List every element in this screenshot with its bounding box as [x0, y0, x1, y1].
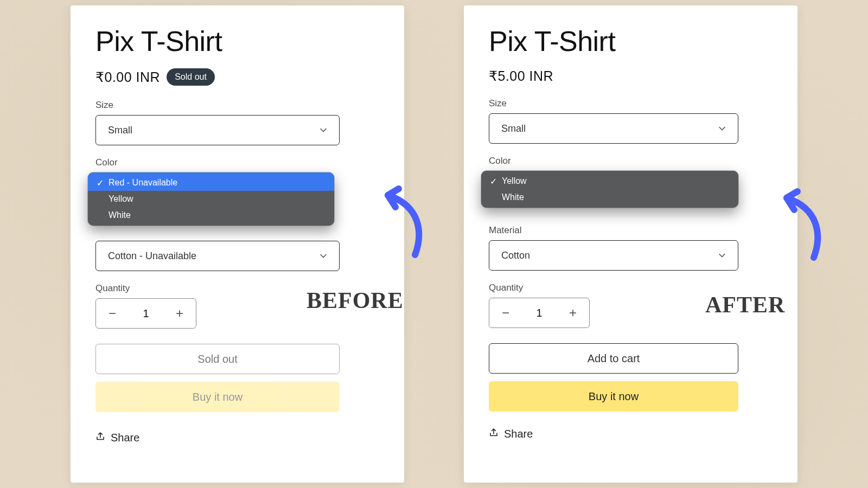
price-text: ₹5.00 INR: [489, 68, 553, 84]
buy-now-button-label: Buy it now: [589, 390, 639, 403]
chevron-down-icon: [320, 126, 327, 134]
price-text: ₹0.00 INR: [95, 69, 160, 85]
color-option-white[interactable]: White: [481, 189, 738, 208]
chevron-down-icon: [718, 252, 726, 259]
buy-now-button[interactable]: Buy it now: [489, 381, 738, 412]
color-option-label: White: [502, 192, 524, 202]
before-card: Pix T-Shirt ₹0.00 INR Sold out Size Smal…: [71, 5, 404, 483]
size-select[interactable]: Small: [489, 113, 738, 144]
quantity-decrement-button[interactable]: −: [489, 298, 522, 328]
size-select-value: Small: [501, 123, 526, 134]
color-label: Color: [95, 157, 379, 168]
color-option-label: Yellow: [502, 176, 527, 186]
quantity-stepper: − 1 +: [95, 298, 196, 329]
quantity-value: 1: [522, 307, 557, 319]
quantity-value: 1: [129, 307, 163, 320]
color-dropdown[interactable]: ✓ Red - Unavailable Yellow White: [88, 172, 334, 226]
quantity-increment-button[interactable]: +: [557, 298, 589, 328]
size-label: Size: [489, 98, 773, 109]
product-title: Pix T-Shirt: [489, 25, 773, 57]
share-button[interactable]: Share: [489, 428, 773, 440]
color-option-white[interactable]: White: [88, 207, 334, 226]
quantity-decrement-button[interactable]: −: [96, 299, 129, 328]
check-icon: ✓: [94, 178, 105, 188]
material-select[interactable]: Cotton - Unavailable: [95, 241, 340, 271]
price-row: ₹0.00 INR Sold out: [95, 68, 379, 86]
product-title: Pix T-Shirt: [95, 25, 379, 57]
material-select-value: Cotton - Unavailable: [108, 251, 196, 262]
size-select[interactable]: Small: [95, 115, 340, 145]
after-caption: AFTER: [705, 292, 785, 318]
annotation-arrow-icon: [770, 187, 825, 258]
quantity-increment-button[interactable]: +: [163, 299, 196, 328]
material-select-value: Cotton: [501, 250, 530, 261]
share-icon: [489, 428, 499, 440]
color-option-yellow[interactable]: Yellow: [88, 191, 334, 207]
color-option-yellow[interactable]: ✓ Yellow: [481, 171, 738, 189]
buy-now-button-label: Buy it now: [193, 391, 242, 403]
soldout-button: Sold out: [95, 344, 340, 374]
share-icon: [95, 432, 105, 444]
color-option-label: Red - Unavailable: [108, 178, 177, 188]
color-option-label: Yellow: [108, 194, 133, 204]
buy-now-button[interactable]: Buy it now: [95, 382, 340, 412]
annotation-arrow-icon: [372, 184, 426, 255]
quantity-stepper: − 1 +: [489, 298, 590, 328]
add-to-cart-button-label: Add to cart: [588, 352, 640, 365]
chevron-down-icon: [320, 252, 327, 260]
color-option-red[interactable]: ✓ Red - Unavailable: [88, 172, 334, 191]
share-label: Share: [504, 428, 533, 440]
soldout-badge: Sold out: [167, 68, 215, 86]
chevron-down-icon: [718, 125, 726, 132]
share-label: Share: [111, 432, 139, 444]
size-label: Size: [95, 100, 379, 111]
color-dropdown[interactable]: ✓ Yellow White: [481, 171, 738, 208]
after-card: Pix T-Shirt ₹5.00 INR Size Small Color ✓…: [464, 5, 797, 483]
add-to-cart-button[interactable]: Add to cart: [489, 343, 738, 374]
check-icon: ✓: [488, 176, 499, 187]
share-button[interactable]: Share: [95, 432, 379, 444]
size-select-value: Small: [108, 125, 132, 136]
price-row: ₹5.00 INR: [489, 68, 773, 84]
color-option-label: White: [108, 210, 131, 220]
material-label: Material: [489, 225, 773, 236]
material-select[interactable]: Cotton: [489, 240, 738, 271]
soldout-button-label: Sold out: [197, 353, 237, 365]
color-label: Color: [489, 156, 773, 166]
before-caption: BEFORE: [307, 287, 404, 313]
